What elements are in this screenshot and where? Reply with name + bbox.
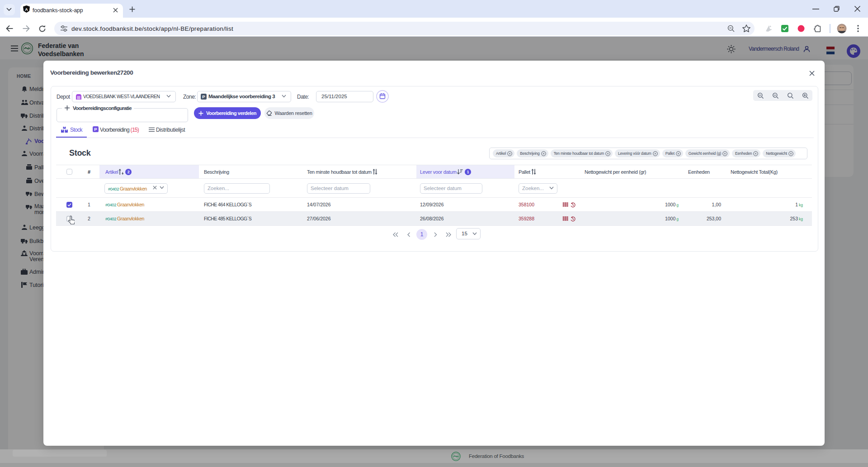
svg-text:P: P bbox=[94, 127, 97, 132]
svg-text:2: 2 bbox=[127, 170, 130, 174]
svg-text:1: 1 bbox=[467, 170, 469, 174]
svg-text:A: A bbox=[25, 7, 28, 12]
svg-text:P: P bbox=[202, 94, 205, 99]
